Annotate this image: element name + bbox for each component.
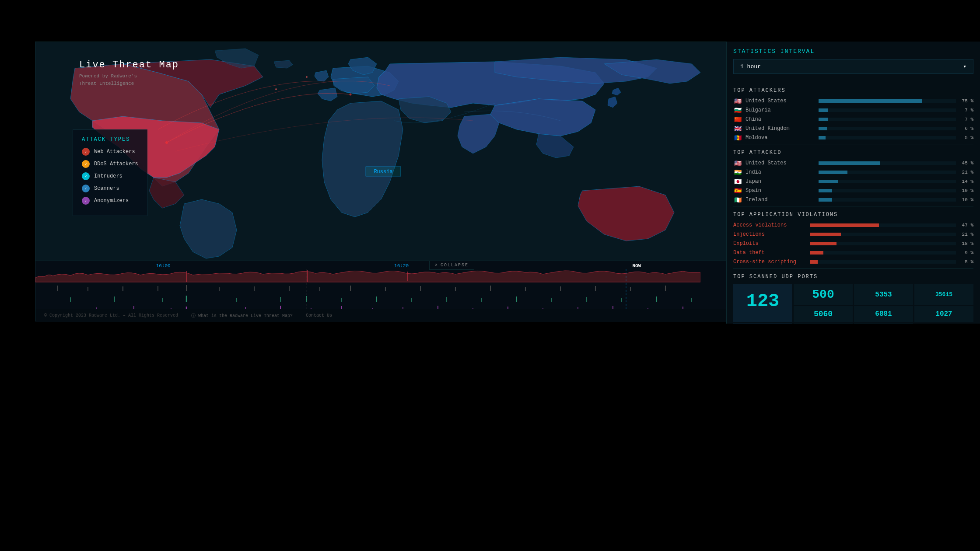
svg-point-1 (275, 88, 277, 90)
violation-row-exploit: Exploits 18 % (733, 241, 973, 247)
svg-rect-7 (186, 271, 187, 282)
footer-link-contact[interactable]: Contact Us (306, 313, 332, 318)
attacked-pct-in: 21 % (960, 170, 973, 175)
violation-bar-theft (810, 251, 956, 255)
udp-port-5094: 5094 (794, 323, 853, 324)
chevron-down-icon: ▾ (963, 63, 966, 70)
time-label-now: NOW (632, 263, 641, 269)
attacked-row-jp: 🇯🇵 Japan 14 % (733, 178, 973, 185)
udp-port-35615: 35615 (914, 284, 973, 305)
violation-bar-fill-access (810, 223, 878, 227)
svg-point-3 (350, 94, 352, 96)
flag-us-attacker: 🇺🇸 (733, 98, 742, 104)
attack-item-scanners[interactable]: ✓ Scanners (82, 185, 138, 192)
attacked-bar-fill-us (819, 161, 880, 165)
attacked-country-us: United States (746, 160, 814, 166)
attacked-bar-jp (819, 180, 956, 183)
attack-item-anonymizers[interactable]: ✓ Anonymizers (82, 197, 138, 205)
ddos-attackers-label: DDoS Attackers (94, 161, 138, 167)
udp-port-5353: 5353 (854, 284, 913, 305)
top-attacked-heading: TOP ATTACKED (733, 144, 973, 156)
map-area: Russia Live Threat Map Powered by Radwar… (35, 42, 762, 261)
attacker-country-cn: China (746, 116, 814, 122)
udp-port-1194: 1194 (733, 323, 792, 324)
attacker-pct-us: 75 % (960, 98, 973, 104)
attacker-row-bg: 🇧🇬 Bulgaria 7 % (733, 107, 973, 113)
attacked-pct-us: 45 % (960, 160, 973, 166)
attacked-country-ie: Ireland (746, 197, 814, 203)
attack-item-ddos[interactable]: ✓ DDoS Attackers (82, 160, 138, 168)
attacker-pct-gb: 6 % (960, 126, 973, 131)
attacked-bar-fill-ie (819, 198, 832, 202)
attack-types-panel: ATTACK TYPES ✓ Web Attackers ✓ DDoS Atta… (73, 129, 147, 216)
udp-ports-heading: TOP SCANNED UDP PORTS (733, 268, 973, 280)
violations-heading: TOP APPLICATION VIOLATIONS (733, 206, 973, 218)
interval-value: 1 hour (740, 63, 761, 70)
attacked-pct-jp: 14 % (960, 179, 973, 184)
violation-bar-fill-theft (810, 251, 823, 255)
violation-theft: Data theft (733, 250, 806, 256)
udp-ports-grid: 123 500 5353 35615 5060 6881 1027 1194 5… (733, 284, 973, 324)
attack-types-heading: ATTACK TYPES (82, 136, 138, 143)
footer: © Copyright 2023 Radware Ltd. – All Righ… (35, 309, 762, 322)
attacker-bar-fill-md (819, 136, 826, 139)
violation-row-access: Access violations 47 % (733, 222, 973, 228)
flag-es: 🇪🇸 (733, 188, 742, 194)
flag-bg: 🇧🇬 (733, 107, 742, 113)
violation-inject: Injections (733, 231, 806, 237)
attacked-pct-ie: 10 % (960, 197, 973, 202)
violation-access: Access violations (733, 222, 806, 228)
flag-gb: 🇬🇧 (733, 126, 742, 132)
map-title: Live Threat Map (79, 59, 179, 70)
attacker-bar-us (819, 99, 956, 103)
attacked-bar-fill-es (819, 189, 832, 192)
timeline-labels: 16:00 16:20 NOW (35, 263, 762, 269)
web-attackers-dot: ✓ (82, 148, 90, 156)
intruders-dot: ✓ (82, 172, 90, 180)
violation-exploit: Exploits (733, 241, 806, 247)
udp-port-1027: 1027 (914, 306, 973, 322)
footer-copyright: © Copyright 2023 Radware Ltd. – All Righ… (44, 313, 178, 318)
anonymizers-label: Anonymizers (94, 198, 129, 204)
attacked-row-es: 🇪🇸 Spain 10 % (733, 188, 973, 194)
attacked-country-es: Spain (746, 188, 814, 194)
attack-item-intruders[interactable]: ✓ Intruders (82, 172, 138, 180)
attacker-country-us: United States (746, 98, 814, 104)
attacker-bar-md (819, 136, 956, 139)
attacker-bar-bg (819, 108, 956, 112)
map-subtitle: Powered by Radware'sThreat Intelligence (79, 73, 179, 87)
udp-port-5060: 5060 (794, 306, 853, 322)
top-attackers-heading: TOP ATTACKERS (733, 82, 973, 94)
attacker-pct-md: 5 % (960, 135, 973, 140)
violation-row-xss: Cross-site scripting 5 % (733, 259, 973, 265)
attacked-row-us: 🇺🇸 United States 45 % (733, 160, 973, 166)
svg-rect-9 (407, 272, 408, 281)
flag-us-attacked: 🇺🇸 (733, 160, 742, 166)
collapse-button[interactable]: × COLLAPSE (429, 261, 474, 270)
udp-port-500: 500 (794, 284, 853, 305)
attacker-row-md: 🇲🇩 Moldova 5 % (733, 135, 973, 141)
interval-selector[interactable]: 1 hour ▾ (733, 59, 973, 74)
attacked-country-jp: Japan (746, 178, 814, 185)
anonymizers-dot: ✓ (82, 197, 90, 205)
violation-bar-inject (810, 233, 956, 236)
attacked-bar-fill-jp (819, 180, 838, 183)
scanners-label: Scanners (94, 185, 119, 192)
attacked-row-in: 🇮🇳 India 21 % (733, 169, 973, 175)
attacker-country-md: Moldova (746, 135, 814, 141)
footer-link-about[interactable]: ⓘ What is the Radware Live Threat Map? (191, 313, 293, 319)
attacked-bar-in (819, 171, 956, 174)
violation-row-inject: Injections 21 % (733, 231, 973, 237)
violation-pct-access: 47 % (960, 223, 973, 228)
violation-xss: Cross-site scripting (733, 259, 806, 265)
attack-item-web[interactable]: ✓ Web Attackers (82, 148, 138, 156)
violation-pct-theft: 9 % (960, 250, 973, 255)
scanners-dot: ✓ (82, 185, 90, 192)
attacked-bar-fill-in (819, 171, 847, 174)
udp-port-6881: 6881 (854, 306, 913, 322)
attacker-bar-cn (819, 118, 956, 121)
flag-jp: 🇯🇵 (733, 178, 742, 185)
violation-bar-fill-xss (810, 260, 818, 264)
violation-pct-exploit: 18 % (960, 241, 973, 246)
close-icon: × (435, 263, 438, 268)
